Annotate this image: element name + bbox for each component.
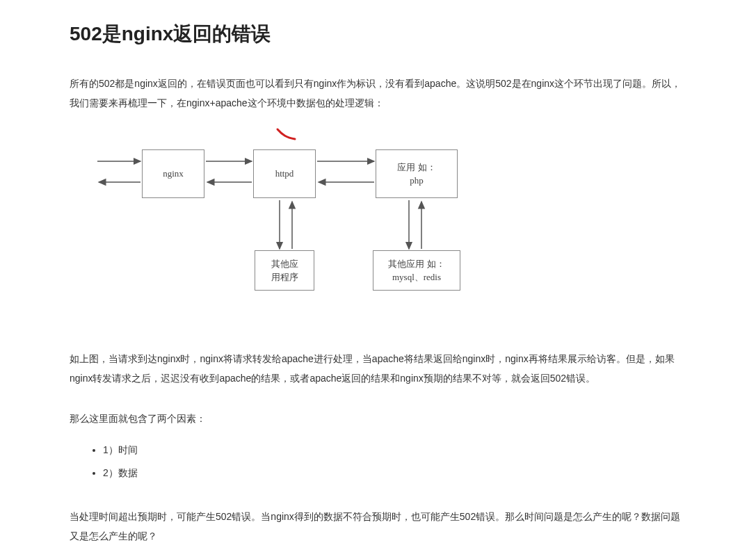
page-heading: 502是nginx返回的错误: [70, 21, 686, 47]
paragraph-questions: 当处理时间超出预期时，可能产生502错误。当nginx得到的数据不符合预期时，也…: [70, 507, 686, 545]
paragraph-intro: 所有的502都是nginx返回的，在错误页面也可以看到只有nginx作为标识，没…: [70, 74, 686, 113]
diagram-box-other-programs: 其他应 用程序: [255, 250, 314, 291]
diagram-box-httpd: httpd: [253, 149, 316, 198]
diagram-box-nginx-label: nginx: [163, 167, 184, 181]
factors-item-time-label: 1）时间: [103, 444, 138, 455]
factors-item-data-label: 2）数据: [103, 467, 138, 478]
factors-item-time: 1）时间: [103, 441, 686, 459]
paragraph-factors-intro: 那么这里面就包含了两个因素：: [70, 409, 686, 428]
diagram-box-other-programs-label: 其他应 用程序: [271, 257, 298, 284]
diagram-box-app: 应用 如： php: [376, 149, 458, 198]
diagram-box-app-label: 应用 如： php: [397, 161, 435, 188]
factors-item-data: 2）数据: [103, 464, 686, 482]
diagram-box-nginx: nginx: [142, 149, 204, 198]
diagram-box-other-apps: 其他应用 如： mysql、redis: [373, 250, 460, 291]
diagram-box-httpd-label: httpd: [275, 167, 294, 181]
paragraph-explanation: 如上图，当请求到达nginx时，nginx将请求转发给apache进行处理，当a…: [70, 349, 686, 388]
diagram-box-other-apps-label: 其他应用 如： mysql、redis: [388, 257, 444, 284]
factors-list: 1）时间 2）数据: [103, 441, 686, 482]
architecture-diagram: nginx httpd 应用 如： php 其他应 用程序 其他应用 如： my…: [90, 125, 577, 320]
